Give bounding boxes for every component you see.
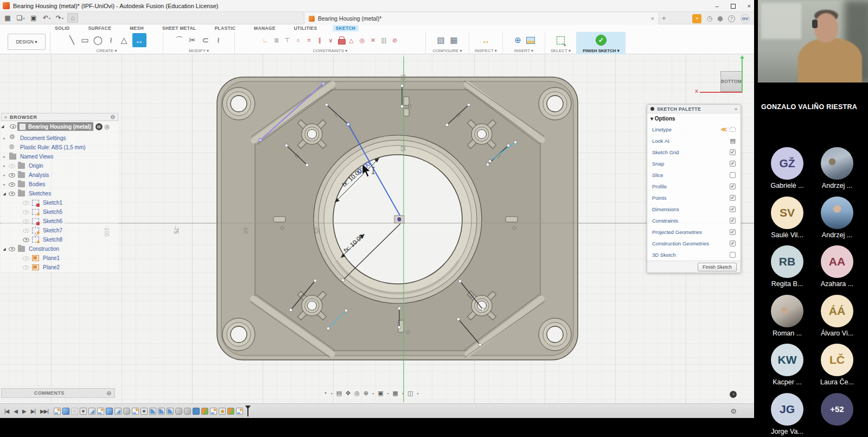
visibility-eye-icon[interactable]: [9, 164, 15, 168]
dimension-angle-icon[interactable]: ∟: [262, 34, 270, 46]
new-tab-button[interactable]: +: [662, 14, 666, 22]
browser-item-sketch7[interactable]: Sketch7: [1, 226, 118, 235]
participant-tile[interactable]: KWKacper ...: [760, 344, 814, 386]
line-icon[interactable]: ╲: [67, 34, 77, 46]
browser-item-document-settings[interactable]: ▸Document Settings: [1, 134, 118, 143]
concentric-icon[interactable]: ◎: [359, 34, 366, 46]
config-table-icon[interactable]: ▦: [449, 34, 459, 46]
viewports-icon[interactable]: ◫: [407, 390, 413, 397]
browser-minimize-icon[interactable]: ⊖: [111, 114, 115, 120]
timeline-round-feature-icon[interactable]: [175, 408, 182, 415]
visibility-eye-icon[interactable]: [10, 124, 16, 129]
zoom-icon[interactable]: ◎: [354, 390, 360, 397]
notification-bell-icon[interactable]: [718, 16, 723, 21]
expand-arrow-icon[interactable]: ◢: [1, 192, 8, 196]
configure-group-label[interactable]: CONFIGURE ▾: [428, 48, 467, 54]
comments-minimize-icon[interactable]: ⊖: [107, 390, 114, 396]
trim-icon[interactable]: ✂: [188, 34, 197, 46]
feedback-icon[interactable]: ◔: [730, 391, 737, 398]
configuration-icon[interactable]: ▧: [436, 34, 446, 46]
browser-item-sketch6[interactable]: Sketch6: [1, 217, 118, 226]
timeline-chamfer-feature-icon[interactable]: [88, 408, 95, 415]
symmetry-icon[interactable]: [|]: [380, 34, 388, 46]
insert-group-label[interactable]: INSERT ▾: [505, 48, 542, 54]
browser-item-construction[interactable]: ◢Construction: [1, 244, 118, 254]
user-avatar[interactable]: GV: [741, 14, 750, 23]
ribbon-tab-sheet-metal[interactable]: SHEET METAL: [159, 25, 200, 31]
timeline-sketch-feature-icon[interactable]: [210, 408, 217, 415]
visibility-eye-icon[interactable]: [9, 173, 15, 178]
fit-icon[interactable]: ⊕: [363, 390, 368, 397]
browser-collapse-icon[interactable]: «: [4, 115, 7, 120]
app-grid-icon[interactable]: ▦: [2, 13, 13, 23]
browser-item-sketch5[interactable]: Sketch5: [1, 207, 118, 217]
select-icon[interactable]: [557, 36, 565, 45]
spline-icon[interactable]: ≀: [106, 34, 116, 46]
extend-icon[interactable]: ≀: [214, 34, 224, 46]
design-workspace-dropdown[interactable]: DESIGN ▾: [8, 34, 46, 50]
browser-item-sketch1[interactable]: Sketch1: [1, 198, 118, 207]
visibility-eye-icon[interactable]: [23, 219, 29, 224]
ribbon-tab-manage[interactable]: MANAGE: [251, 25, 279, 31]
palette-options-section[interactable]: ▾ Options: [647, 113, 741, 124]
expand-arrow-icon[interactable]: ▸: [1, 182, 8, 187]
ribbon-tab-utilities[interactable]: UTILITIES: [291, 25, 321, 31]
project-icon[interactable]: ⊤: [284, 34, 291, 46]
finish-sketch-check-icon[interactable]: ✓: [596, 35, 607, 46]
ribbon-tab-surface[interactable]: SURFACE: [85, 25, 114, 31]
visibility-eye-icon[interactable]: [23, 265, 29, 270]
sketch-dimension-icon[interactable]: ↔: [132, 33, 146, 47]
fix-lock-icon[interactable]: [338, 36, 344, 44]
participant-tile[interactable]: SVSaulė Vil...: [760, 197, 814, 239]
visibility-eye-icon[interactable]: [23, 201, 29, 205]
checkbox-checked[interactable]: ✓: [730, 195, 736, 201]
timeline-hole-feature-icon[interactable]: [141, 408, 148, 415]
inspect-group-label[interactable]: INSPECT ▾: [471, 48, 500, 54]
pattern-icon[interactable]: ≣: [273, 34, 280, 46]
participant-tile[interactable]: Roman ...: [760, 295, 814, 337]
ribbon-tab-mesh[interactable]: MESH: [126, 25, 147, 31]
display-settings-icon[interactable]: ▣: [378, 390, 383, 397]
polygon-icon[interactable]: △: [119, 34, 129, 46]
timeline-hole-feature-icon[interactable]: [80, 408, 87, 415]
browser-item-sketch8[interactable]: Sketch8: [1, 235, 118, 244]
participant-tile[interactable]: Andrzej ...: [810, 197, 864, 239]
presenter-video[interactable]: [758, 0, 868, 83]
close-button[interactable]: ×: [748, 3, 751, 9]
expand-arrow-icon[interactable]: ▸: [1, 164, 8, 168]
canvas-image-icon[interactable]: [526, 37, 535, 44]
checkbox-unchecked[interactable]: [730, 172, 736, 178]
job-status-icon[interactable]: ◔: [692, 14, 701, 23]
visibility-eye-icon[interactable]: [23, 229, 29, 233]
visibility-eye-icon[interactable]: [9, 182, 15, 187]
grid-icon[interactable]: ▦: [393, 390, 398, 397]
timeline-settings-gear-icon[interactable]: ⚙: [730, 407, 737, 415]
visibility-eye-icon[interactable]: [9, 247, 15, 251]
checkbox-checked[interactable]: ✓: [730, 229, 736, 235]
browser-item-plane1[interactable]: Plane1: [1, 254, 118, 263]
timeline-round-feature-icon[interactable]: [184, 408, 191, 415]
expand-arrow-icon[interactable]: ▸: [1, 173, 8, 178]
home-icon[interactable]: ⌂: [67, 13, 78, 23]
browser-item-plane2[interactable]: Plane2: [1, 263, 118, 272]
maximize-button[interactable]: [731, 4, 736, 9]
offset-icon[interactable]: ⊂: [201, 34, 210, 46]
timeline-round-feature-icon[interactable]: [123, 408, 130, 415]
visibility-eye-icon[interactable]: [23, 256, 29, 261]
participant-tile[interactable]: RBRegita B...: [760, 245, 814, 288]
timeline-marker[interactable]: [245, 406, 251, 416]
timeline-fillb-feature-icon[interactable]: [193, 408, 200, 415]
participant-tile[interactable]: +52: [810, 393, 864, 428]
timeline-app-feature-icon[interactable]: [227, 408, 234, 415]
browser-item-plastic-rule-abs-1-5-mm-[interactable]: Plastic Rule: ABS (1,5 mm): [1, 143, 118, 152]
checkbox-checked[interactable]: ✓: [730, 218, 736, 224]
participant-tile[interactable]: JGJorge Va...: [760, 393, 814, 435]
activate-radio-icon[interactable]: ◎: [105, 123, 110, 130]
select-group-label[interactable]: SELECT ▾: [547, 48, 574, 54]
timeline-sketch-feature-icon[interactable]: [54, 408, 61, 415]
browser-root-node[interactable]: ◢ Bearing Housing (metal) G ◎: [1, 122, 118, 131]
checkbox-unchecked[interactable]: [730, 252, 736, 258]
modify-group-label[interactable]: MODIFY ▾: [165, 48, 232, 54]
checkbox-checked[interactable]: ✓: [730, 240, 736, 246]
circle-icon[interactable]: ◯: [93, 34, 103, 46]
